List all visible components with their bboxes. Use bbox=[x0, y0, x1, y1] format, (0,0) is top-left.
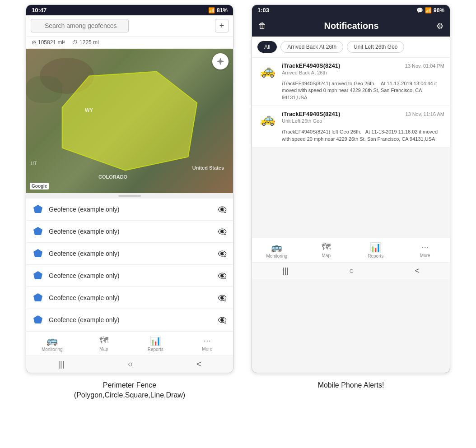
notifications-header: 🗑 Notifications ⚙ bbox=[252, 15, 450, 37]
caption-right-text: Mobile Phone Alerts! bbox=[252, 380, 450, 390]
time-left: 10:47 bbox=[32, 7, 47, 14]
status-icons-left: 📶 81% bbox=[208, 7, 228, 14]
geofence-polygon-icon-5 bbox=[33, 292, 43, 303]
phones-container: 10:47 📶 81% 🔍 + ⊘ 105821 mi² ⏱ 1225 mi bbox=[0, 0, 476, 373]
nav-reports-label-right: Reports bbox=[368, 254, 383, 259]
reports-icon-left: 📊 bbox=[150, 335, 161, 346]
car-avatar-1: 🚕 bbox=[257, 62, 277, 79]
device-name-1: iTrackEF4940S(8241) bbox=[282, 62, 340, 69]
map-label-ut: UT bbox=[31, 161, 37, 166]
scroll-indicator bbox=[26, 193, 233, 199]
geofence-polygon-icon-6 bbox=[33, 314, 43, 325]
android-recent-right[interactable]: ||| bbox=[282, 266, 289, 276]
monitoring-icon-right: 🚌 bbox=[271, 242, 282, 253]
geofence-item-3[interactable]: Geofence (example only) 👁‍🗨 bbox=[26, 243, 233, 265]
svg-marker-4 bbox=[33, 271, 42, 279]
map-label-us: United States bbox=[192, 165, 224, 171]
android-back-left[interactable]: < bbox=[196, 360, 201, 369]
visibility-icon-5[interactable]: 👁‍🗨 bbox=[218, 294, 227, 302]
android-nav-right: ||| ○ < bbox=[252, 262, 450, 279]
nav-monitoring-label-left: Monitoring bbox=[42, 347, 63, 352]
nav-reports-right[interactable]: 📊 Reports bbox=[351, 238, 401, 262]
geofence-polygon-icon-2 bbox=[33, 226, 43, 237]
wifi-icon-right: 📶 bbox=[425, 7, 432, 14]
caption-left-text: Perimeter Fence(Polygon,Circle,Square,Li… bbox=[26, 380, 233, 401]
car-avatar-2: 🚕 bbox=[257, 111, 277, 127]
android-recent-left[interactable]: ||| bbox=[58, 360, 64, 369]
map-icon-right: 🗺 bbox=[322, 242, 331, 252]
android-back-right[interactable]: < bbox=[415, 266, 420, 276]
map-area[interactable]: WY United States UT COLORADO Google bbox=[26, 49, 233, 193]
filter-tabs: All Arrived Back At 26th Unit Left 26th … bbox=[252, 37, 450, 58]
nav-map-label-right: Map bbox=[322, 253, 331, 258]
notif-body-1: iTrackEF4940S(8241) arrived to Geo 26th.… bbox=[282, 80, 444, 101]
notification-card-1[interactable]: 🚕 iTrackEF4940S(8241) 13 Nov, 01:04 PM A… bbox=[252, 58, 450, 106]
search-bar: 🔍 + bbox=[26, 15, 233, 37]
notif-header-1: 🚕 iTrackEF4940S(8241) 13 Nov, 01:04 PM A… bbox=[257, 62, 444, 79]
stats-bar: ⊘ 105821 mi² ⏱ 1225 mi bbox=[26, 37, 233, 49]
visibility-icon-3[interactable]: 👁‍🗨 bbox=[218, 249, 227, 258]
geofence-polygon-icon-1 bbox=[33, 204, 43, 215]
captions: Perimeter Fence(Polygon,Circle,Square,Li… bbox=[0, 373, 476, 401]
nav-monitoring-right[interactable]: 🚌 Monitoring bbox=[252, 238, 302, 262]
area-value: 105821 mi² bbox=[38, 39, 65, 46]
distance-value: 1225 mi bbox=[79, 39, 99, 46]
svg-marker-1 bbox=[33, 205, 42, 213]
notif-top-1: iTrackEF4940S(8241) 13 Nov, 01:04 PM bbox=[282, 62, 444, 69]
android-home-right[interactable]: ○ bbox=[349, 266, 354, 276]
search-input[interactable] bbox=[31, 19, 129, 32]
notif-time-2: 13 Nov, 11:16 AM bbox=[405, 111, 444, 117]
nav-map-label-left: Map bbox=[99, 346, 108, 351]
wifi-icon-left: 📶 bbox=[208, 7, 215, 14]
search-wrapper: 🔍 bbox=[31, 19, 211, 32]
svg-marker-2 bbox=[33, 227, 42, 235]
visibility-icon-1[interactable]: 👁‍🗨 bbox=[218, 205, 227, 214]
notif-tag-1: Arrived Back At 26th bbox=[282, 70, 444, 75]
distance-icon: ⏱ bbox=[72, 39, 78, 46]
empty-space bbox=[252, 148, 450, 238]
visibility-icon-4[interactable]: 👁‍🗨 bbox=[218, 272, 227, 280]
geofence-polygon-icon-4 bbox=[33, 270, 43, 281]
visibility-icon-6[interactable]: 👁‍🗨 bbox=[218, 316, 227, 324]
notifications-title: Notifications bbox=[271, 21, 432, 31]
geofence-label-5: Geofence (example only) bbox=[49, 294, 212, 301]
geofence-item-2[interactable]: Geofence (example only) 👁‍🗨 bbox=[26, 221, 233, 243]
compass-button[interactable] bbox=[212, 53, 229, 69]
notif-tag-2: Unit Left 26th Geo bbox=[282, 118, 444, 124]
nav-more-right[interactable]: ··· More bbox=[401, 238, 450, 262]
notif-body-2: iTrackEF4940S(8241) left Geo 26th. At 11… bbox=[282, 129, 444, 143]
svg-marker-5 bbox=[33, 293, 42, 301]
notif-info-1: iTrackEF4940S(8241) 13 Nov, 01:04 PM Arr… bbox=[282, 62, 444, 75]
nav-more-left[interactable]: ··· More bbox=[182, 332, 233, 356]
notification-card-2[interactable]: 🚕 iTrackEF4940S(8241) 13 Nov, 11:16 AM U… bbox=[252, 106, 450, 148]
geofence-overlay bbox=[26, 49, 233, 193]
settings-icon[interactable]: ⚙ bbox=[436, 21, 443, 31]
geofence-label-2: Geofence (example only) bbox=[49, 228, 212, 235]
delete-icon[interactable]: 🗑 bbox=[258, 21, 266, 31]
filter-tab-arrived[interactable]: Arrived Back At 26th bbox=[280, 41, 343, 53]
geofence-item-6[interactable]: Geofence (example only) 👁‍🗨 bbox=[26, 309, 233, 331]
nav-map-left[interactable]: 🗺 Map bbox=[78, 332, 130, 356]
filter-tab-all[interactable]: All bbox=[257, 41, 277, 53]
geofence-label-3: Geofence (example only) bbox=[49, 250, 212, 257]
nav-more-label-left: More bbox=[202, 346, 212, 351]
nav-map-right[interactable]: 🗺 Map bbox=[302, 238, 351, 262]
filter-tab-left[interactable]: Unit Left 26th Geo bbox=[347, 41, 404, 53]
geofence-item-5[interactable]: Geofence (example only) 👁‍🗨 bbox=[26, 287, 233, 309]
nav-reports-left[interactable]: 📊 Reports bbox=[130, 332, 182, 356]
battery-left: 81% bbox=[217, 7, 228, 14]
scroll-bar bbox=[118, 195, 141, 197]
nav-monitoring-left[interactable]: 🚌 Monitoring bbox=[26, 332, 78, 356]
notif-header-2: 🚕 iTrackEF4940S(8241) 13 Nov, 11:16 AM U… bbox=[257, 111, 444, 127]
geofence-item-1[interactable]: Geofence (example only) 👁‍🗨 bbox=[26, 199, 233, 221]
visibility-icon-2[interactable]: 👁‍🗨 bbox=[218, 227, 227, 236]
area-icon: ⊘ bbox=[32, 39, 36, 46]
geofence-polygon-icon-3 bbox=[33, 248, 43, 259]
geofence-list: Geofence (example only) 👁‍🗨 Geofence (ex… bbox=[26, 199, 233, 331]
geofence-label-4: Geofence (example only) bbox=[49, 272, 212, 279]
svg-marker-0 bbox=[62, 71, 197, 170]
add-button[interactable]: + bbox=[215, 19, 229, 32]
geofence-item-4[interactable]: Geofence (example only) 👁‍🗨 bbox=[26, 265, 233, 287]
bottom-nav-right: 🚌 Monitoring 🗺 Map 📊 Reports ··· More bbox=[252, 238, 450, 262]
android-home-left[interactable]: ○ bbox=[128, 360, 133, 369]
